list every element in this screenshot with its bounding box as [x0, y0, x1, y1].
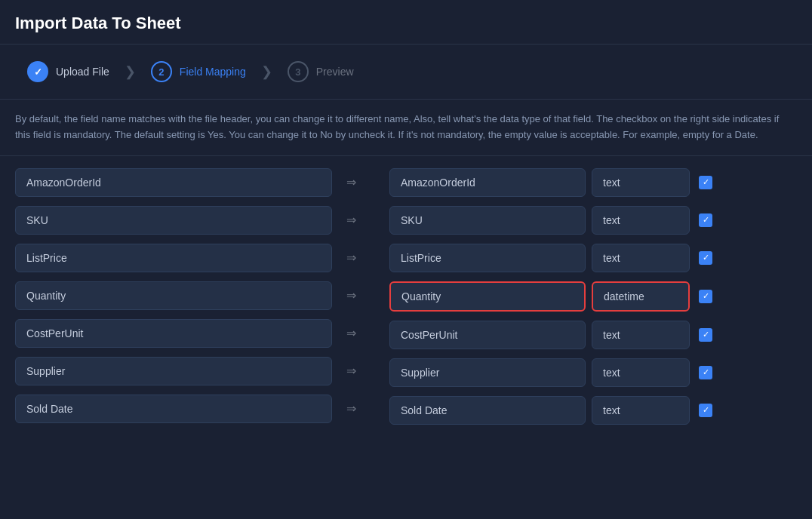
source-field-solddate[interactable]: Sold Date: [15, 395, 332, 423]
target-field-costperunit[interactable]: CostPerUnit: [389, 321, 586, 349]
arrow-sep-1: ❯: [125, 63, 136, 80]
left-row-listprice: ListPrice⇒: [15, 244, 362, 272]
checkbox-costperunit[interactable]: ✓: [699, 328, 712, 342]
checkbox-listprice[interactable]: ✓: [699, 251, 712, 265]
arrow-icon-sku: ⇒: [340, 213, 362, 227]
arrow-icon-costperunit: ⇒: [340, 326, 362, 340]
mapping-area: AmazonOrderId⇒SKU⇒ListPrice⇒Quantity⇒Cos…: [0, 156, 812, 519]
type-field-supplier[interactable]: text: [592, 358, 690, 387]
right-row-solddate: Sold Datetext✓: [389, 396, 800, 425]
right-row-sku: SKUtext✓: [389, 206, 800, 235]
left-row-supplier: Supplier⇒: [15, 357, 362, 385]
step-mapping-label: Field Mapping: [180, 66, 246, 78]
target-field-listprice[interactable]: ListPrice: [389, 244, 586, 272]
arrow-icon-listprice: ⇒: [340, 250, 362, 265]
arrow-icon-amazonorderid: ⇒: [340, 175, 362, 189]
target-field-amazonorderid[interactable]: AmazonOrderId: [389, 168, 586, 197]
right-panel: AmazonOrderIdtext✓SKUtext✓ListPricetext✓…: [377, 168, 812, 519]
checkbox-supplier[interactable]: ✓: [699, 366, 712, 379]
checkbox-solddate[interactable]: ✓: [699, 404, 712, 417]
step-preview-circle: 3: [288, 61, 309, 82]
checkmark-icon-solddate: ✓: [699, 404, 712, 417]
left-row-quantity: Quantity⇒: [15, 281, 362, 310]
source-field-sku[interactable]: SKU: [15, 206, 332, 235]
target-field-sku[interactable]: SKU: [389, 206, 586, 235]
source-field-costperunit[interactable]: CostPerUnit: [15, 319, 332, 348]
type-field-amazonorderid[interactable]: text: [592, 168, 690, 197]
checkmark-icon-sku: ✓: [699, 213, 712, 227]
step-mapping[interactable]: 2 Field Mapping: [139, 55, 258, 88]
checkmark-icon-amazonorderid: ✓: [699, 176, 712, 189]
step-upload-label: Upload File: [56, 66, 109, 78]
arrow-icon-solddate: ⇒: [340, 401, 362, 416]
source-field-listprice[interactable]: ListPrice: [15, 244, 332, 272]
type-field-listprice[interactable]: text: [592, 244, 690, 272]
left-row-solddate: Sold Date⇒: [15, 395, 362, 423]
type-field-sku[interactable]: text: [592, 206, 690, 235]
checkmark-icon-quantity: ✓: [699, 290, 712, 303]
right-row-quantity: Quantitydatetime✓: [389, 281, 800, 312]
right-row-listprice: ListPricetext✓: [389, 244, 800, 272]
step-preview[interactable]: 3 Preview: [275, 55, 366, 88]
type-field-quantity[interactable]: datetime: [592, 281, 690, 312]
right-row-supplier: Suppliertext✓: [389, 358, 800, 387]
source-field-quantity[interactable]: Quantity: [15, 281, 332, 310]
step-mapping-circle: 2: [151, 61, 172, 82]
source-field-supplier[interactable]: Supplier: [15, 357, 332, 385]
target-field-solddate[interactable]: Sold Date: [389, 396, 586, 425]
left-row-sku: SKU⇒: [15, 206, 362, 235]
stepper: ✓ Upload File ❯ 2 Field Mapping ❯ 3 Prev…: [0, 45, 812, 100]
source-field-amazonorderid[interactable]: AmazonOrderId: [15, 168, 332, 197]
right-row-costperunit: CostPerUnittext✓: [389, 321, 800, 349]
step-upload-circle: ✓: [27, 61, 48, 82]
target-field-supplier[interactable]: Supplier: [389, 358, 586, 387]
type-field-solddate[interactable]: text: [592, 396, 690, 425]
checkbox-sku[interactable]: ✓: [699, 213, 712, 227]
description: By default, the field name matches with …: [0, 100, 812, 156]
page-title: Import Data To Sheet: [0, 0, 812, 45]
target-field-quantity[interactable]: Quantity: [389, 281, 586, 312]
checkmark-icon-costperunit: ✓: [699, 328, 712, 342]
left-row-costperunit: CostPerUnit⇒: [15, 319, 362, 348]
arrow-sep-2: ❯: [261, 63, 272, 80]
checkbox-quantity[interactable]: ✓: [699, 290, 712, 303]
step-preview-label: Preview: [316, 66, 354, 78]
arrow-icon-quantity: ⇒: [340, 288, 362, 302]
checkmark-icon-listprice: ✓: [699, 251, 712, 265]
left-panel: AmazonOrderId⇒SKU⇒ListPrice⇒Quantity⇒Cos…: [0, 168, 377, 519]
step-upload[interactable]: ✓ Upload File: [15, 55, 121, 88]
type-field-costperunit[interactable]: text: [592, 321, 690, 349]
checkbox-amazonorderid[interactable]: ✓: [699, 176, 712, 189]
arrow-icon-supplier: ⇒: [340, 364, 362, 378]
checkmark-icon-supplier: ✓: [699, 366, 712, 379]
right-row-amazonorderid: AmazonOrderIdtext✓: [389, 168, 800, 197]
left-row-amazonorderid: AmazonOrderId⇒: [15, 168, 362, 197]
